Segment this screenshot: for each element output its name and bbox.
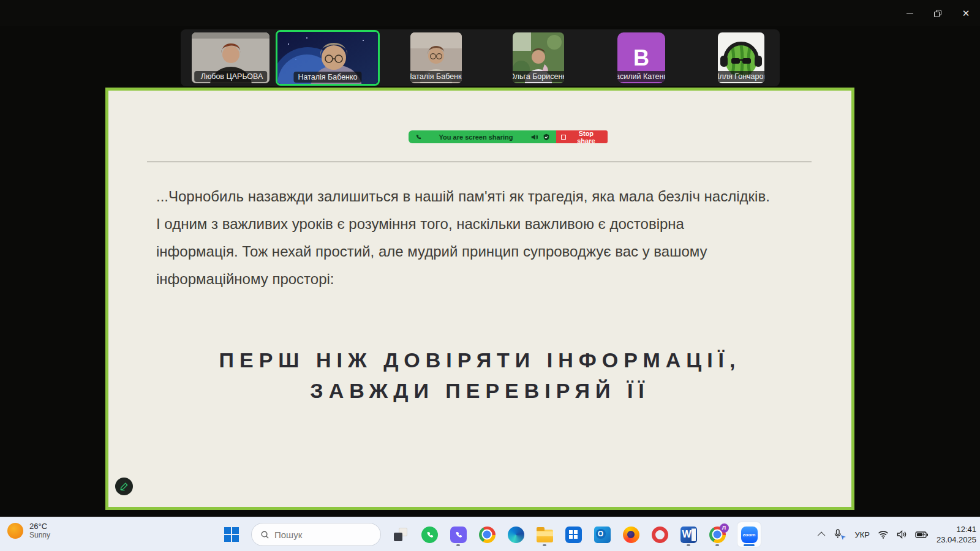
heading-line: ЗАВЖДИ ПЕРЕВІРЯЙ ЇЇ	[108, 375, 851, 406]
taskbar-app-whatsapp[interactable]	[420, 522, 439, 547]
running-indicator	[715, 544, 719, 546]
weather-temperature: 26°C	[29, 522, 50, 531]
participant-name-tag: Наталія Бабенко	[293, 72, 361, 83]
slide-heading: ПЕРШ НІЖ ДОВІРЯТИ ІНФОРМАЦІЇ, ЗАВЖДИ ПЕР…	[108, 345, 851, 406]
firefox-icon	[623, 527, 639, 543]
annotate-button[interactable]	[115, 478, 133, 495]
participant-name: Наталія Бабенко	[298, 73, 357, 81]
opera-icon	[652, 527, 668, 543]
shared-screen: You are screen sharing Stop share ...Чор…	[105, 88, 854, 510]
chrome-icon: Л	[709, 527, 726, 543]
participant-tile[interactable]: Наталія Бабенко	[410, 32, 462, 83]
close-button[interactable]: ✕	[952, 0, 980, 26]
search-input[interactable]	[274, 530, 360, 540]
participant-tile[interactable]: Ілля Гончаров	[718, 32, 764, 83]
tray-date: 23.04.2025	[937, 534, 976, 545]
participant-name-tag: Василий Катенин	[617, 71, 665, 82]
running-indicator	[456, 544, 460, 546]
chrome-icon	[479, 527, 496, 543]
close-icon: ✕	[962, 8, 970, 19]
minimize-button[interactable]	[895, 0, 924, 26]
participant-tile-active-speaker[interactable]: Наталія Бабенко	[276, 30, 380, 86]
battery-indicator[interactable]	[915, 531, 929, 539]
taskbar-app-file-explorer[interactable]	[535, 522, 554, 547]
running-indicator	[687, 544, 690, 546]
phone-icon	[415, 133, 421, 140]
slide-divider-line	[147, 162, 812, 162]
screen-share-status: You are screen sharing	[409, 130, 556, 143]
window-title-bar: ✕	[0, 0, 980, 26]
taskbar-app-chrome-profile[interactable]: Л	[708, 522, 726, 547]
start-button[interactable]	[222, 522, 241, 547]
participant-name-tag: Наталія Бабенко	[410, 71, 462, 82]
profile-badge: Л	[720, 523, 729, 533]
taskbar-app-firefox[interactable]	[622, 522, 640, 547]
restore-button[interactable]	[924, 0, 952, 26]
paragraph-line: ...Чорнобиль назавжди залишиться в нашій…	[156, 182, 818, 210]
task-view-button[interactable]	[391, 522, 410, 547]
clock[interactable]: 12:41 23.04.2025	[937, 524, 976, 545]
tray-overflow-button[interactable]	[820, 532, 825, 538]
participant-name-tag: Любов ЦАРЬОВА	[194, 71, 268, 82]
battery-charging-icon	[915, 531, 929, 539]
language-indicator[interactable]: УКР	[854, 530, 870, 539]
weather-widget[interactable]: 26°C Sunny	[7, 522, 50, 540]
paragraph-line: інформаційному просторі:	[156, 265, 818, 293]
taskbar-app-microsoft-store[interactable]	[564, 522, 582, 547]
system-tray: УКР 12:41	[820, 517, 976, 551]
taskbar-app-viber[interactable]	[449, 522, 467, 547]
chevron-up-icon	[818, 531, 826, 539]
edge-icon	[508, 527, 524, 543]
participant-name: Василий Катенин	[617, 72, 665, 81]
window-controls: ✕	[895, 0, 980, 26]
slide-paragraph: ...Чорнобиль назавжди залишиться в нашій…	[156, 182, 818, 293]
stop-share-button[interactable]: Stop share	[556, 130, 608, 143]
paragraph-line: інформація. Тож нехай простий, але мудри…	[156, 238, 818, 265]
participant-tile[interactable]: B Василий Катенин	[617, 32, 665, 83]
file-explorer-icon	[537, 530, 553, 542]
windows-logo-icon	[224, 527, 239, 542]
taskbar-center: W Л zoom	[222, 517, 761, 551]
screen-share-bar: You are screen sharing Stop share	[409, 130, 608, 143]
participant-name: Ілля Гончаров	[718, 72, 764, 81]
taskbar: 26°C Sunny	[0, 517, 980, 551]
word-icon: W	[680, 527, 697, 543]
zoom-icon: zoom	[741, 527, 758, 543]
minimize-icon	[907, 13, 913, 14]
participant-name-tag: Ольга Борисенко	[513, 71, 564, 82]
whatsapp-icon	[421, 527, 438, 543]
participant-name: Ольга Борисенко	[513, 72, 564, 81]
taskbar-app-opera[interactable]	[650, 522, 669, 547]
viber-icon	[450, 527, 467, 543]
taskbar-app-edge[interactable]	[507, 522, 525, 547]
participant-name: Любов ЦАРЬОВА	[201, 72, 263, 81]
participant-tile[interactable]: Любов ЦАРЬОВА	[192, 32, 270, 83]
participant-tile[interactable]: Ольга Борисенко	[513, 32, 564, 83]
wifi-indicator[interactable]	[878, 530, 889, 539]
taskbar-app-outlook[interactable]	[593, 522, 611, 547]
wifi-icon	[878, 530, 889, 539]
volume-indicator[interactable]	[897, 530, 907, 539]
stop-share-label: Stop share	[570, 130, 603, 144]
participant-letter-avatar: B	[633, 45, 649, 71]
weather-condition: Sunny	[29, 531, 50, 540]
mic-in-use-indicator[interactable]	[833, 529, 846, 540]
task-view-icon	[394, 528, 407, 541]
participants-strip: Любов ЦАРЬОВА Наталія Бабенко	[181, 29, 780, 86]
share-status-text: You are screen sharing	[426, 133, 526, 141]
participant-name-tag: Ілля Гончаров	[718, 71, 764, 82]
pencil-icon	[119, 482, 129, 491]
microphone-location-icon	[833, 529, 846, 540]
taskbar-app-chrome[interactable]	[478, 522, 496, 547]
sun-icon	[7, 523, 23, 539]
audio-icon[interactable]	[530, 133, 538, 141]
taskbar-app-zoom-active[interactable]: zoom	[737, 522, 761, 547]
taskbar-search[interactable]	[251, 523, 381, 546]
tray-time: 12:41	[937, 524, 976, 534]
paragraph-line: І одним з важливих уроків є розуміння то…	[156, 210, 818, 238]
outlook-icon	[594, 527, 611, 543]
search-icon	[260, 530, 270, 539]
running-indicator	[543, 544, 546, 546]
taskbar-app-word[interactable]: W	[679, 522, 698, 547]
security-shield-icon[interactable]	[543, 133, 550, 141]
